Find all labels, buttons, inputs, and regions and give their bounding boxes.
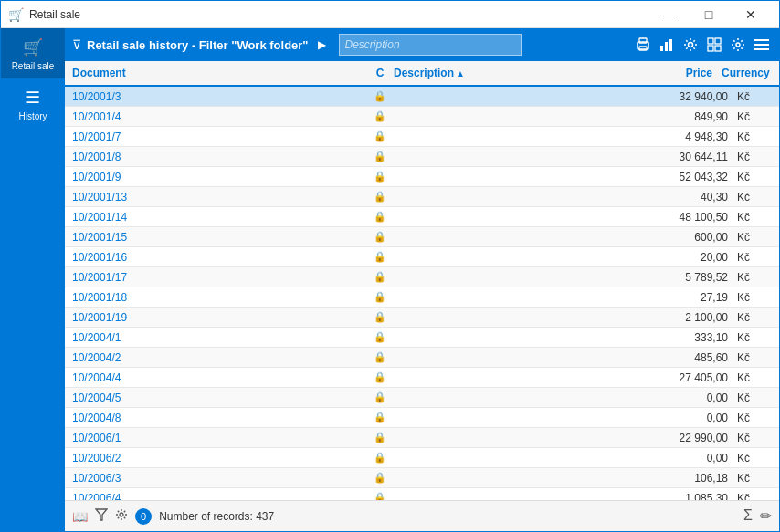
- cell-c: 🔒: [366, 492, 394, 500]
- svg-rect-4: [665, 42, 668, 51]
- cell-document: 10/2006/2: [65, 452, 366, 464]
- col-header-price[interactable]: Price: [627, 67, 718, 79]
- gear-status-icon[interactable]: [115, 508, 128, 524]
- sidebar-item-history[interactable]: ☰ History: [1, 78, 65, 129]
- cell-c: 🔒: [366, 110, 394, 122]
- maximize-button[interactable]: □: [688, 1, 730, 28]
- svg-rect-9: [708, 46, 713, 51]
- table-row[interactable]: 10/2001/3 🔒 32 940,00 Kč: [65, 87, 779, 107]
- cell-c: 🔒: [366, 371, 394, 383]
- cell-document: 10/2004/8: [65, 412, 366, 424]
- app-body: 🛒 Retail sale ☰ History ⊽ Retail sale hi…: [1, 28, 779, 531]
- cell-currency: Kč: [733, 351, 779, 364]
- grid-button[interactable]: [704, 36, 724, 54]
- table-row[interactable]: 10/2004/8 🔒 0,00 Kč: [65, 408, 779, 428]
- table-row[interactable]: 10/2001/4 🔒 849,90 Kč: [65, 107, 779, 127]
- cell-currency: Kč: [733, 191, 779, 203]
- cell-document: 10/2006/4: [65, 492, 366, 501]
- svg-point-6: [689, 43, 693, 47]
- col-header-document[interactable]: Document: [65, 67, 366, 79]
- toolbar-title: Retail sale history - Filter "Work folde…: [87, 38, 309, 52]
- cell-document: 10/2001/15: [65, 231, 366, 244]
- svg-rect-5: [669, 39, 672, 51]
- svg-rect-14: [754, 48, 769, 50]
- cell-c: 🔒: [366, 130, 394, 142]
- cell-c: 🔒: [366, 432, 394, 443]
- cell-price: 22 990,00: [642, 432, 733, 444]
- svg-rect-2: [639, 47, 647, 50]
- cell-c: 🔒: [366, 171, 394, 183]
- sidebar-item-retail-sale[interactable]: 🛒 Retail sale: [1, 28, 65, 78]
- close-button[interactable]: ✕: [730, 1, 772, 28]
- menu-button[interactable]: [752, 36, 772, 54]
- book-icon[interactable]: 📖: [72, 509, 88, 524]
- cell-c: 🔒: [366, 452, 394, 464]
- col-header-description[interactable]: Description ▲: [394, 67, 627, 79]
- svg-rect-12: [754, 39, 769, 41]
- table-row[interactable]: 10/2001/17 🔒 5 789,52 Kč: [65, 267, 779, 287]
- status-bar: 📖 0 Number of records: 437 Σ ✏: [65, 500, 779, 531]
- print-button[interactable]: [633, 36, 653, 54]
- svg-rect-13: [754, 44, 769, 46]
- history-icon: ☰: [26, 88, 40, 108]
- table-row[interactable]: 10/2001/15 🔒 600,00 Kč: [65, 227, 779, 247]
- window-controls: — □ ✕: [646, 1, 772, 28]
- cell-c: 🔒: [366, 351, 394, 363]
- title-bar-left: 🛒 Retail sale: [8, 7, 80, 22]
- svg-rect-7: [708, 38, 713, 44]
- table-row[interactable]: 10/2001/8 🔒 30 644,11 Kč: [65, 147, 779, 167]
- table-row[interactable]: 10/2001/18 🔒 27,19 Kč: [65, 287, 779, 308]
- cell-c: 🔒: [366, 412, 394, 423]
- cell-document: 10/2004/4: [65, 371, 366, 384]
- cell-price: 48 100,50: [642, 211, 733, 224]
- settings-button[interactable]: [728, 36, 748, 54]
- table-row[interactable]: 10/2001/13 🔒 40,30 Kč: [65, 187, 779, 207]
- table-row[interactable]: 10/2006/4 🔒 1 085,30 Kč: [65, 488, 779, 500]
- table-header: Document C Description ▲ Price Currency: [65, 61, 779, 87]
- table-row[interactable]: 10/2006/2 🔒 0,00 Kč: [65, 448, 779, 468]
- table-row[interactable]: 10/2001/14 🔒 48 100,50 Kč: [65, 207, 779, 227]
- toolbar: ⊽ Retail sale history - Filter "Work fol…: [65, 28, 779, 61]
- sigma-icon[interactable]: Σ: [743, 507, 753, 525]
- cell-c: 🔒: [366, 271, 394, 283]
- cell-price: 32 940,00: [642, 90, 733, 103]
- chart-button[interactable]: [657, 36, 677, 54]
- sidebar: 🛒 Retail sale ☰ History: [1, 28, 65, 531]
- cell-currency: Kč: [733, 331, 779, 344]
- filter-icon: ⊽: [72, 37, 81, 52]
- cell-document: 10/2001/18: [65, 291, 366, 304]
- table-row[interactable]: 10/2004/4 🔒 27 405,00 Kč: [65, 368, 779, 388]
- window-title: Retail sale: [29, 8, 80, 21]
- cell-price: 333,10: [642, 331, 733, 344]
- svg-point-11: [736, 43, 740, 47]
- filter-status-icon[interactable]: [95, 508, 108, 524]
- table-body[interactable]: 10/2001/3 🔒 32 940,00 Kč 10/2001/4 🔒 849…: [65, 87, 779, 500]
- minimize-button[interactable]: —: [646, 1, 688, 28]
- table-row[interactable]: 10/2006/1 🔒 22 990,00 Kč: [65, 428, 779, 448]
- cell-currency: Kč: [733, 472, 779, 485]
- cell-currency: Kč: [733, 311, 779, 324]
- table-row[interactable]: 10/2001/19 🔒 2 100,00 Kč: [65, 308, 779, 328]
- search-input[interactable]: [339, 34, 522, 56]
- tools-button[interactable]: [680, 36, 701, 54]
- table-row[interactable]: 10/2006/3 🔒 106,18 Kč: [65, 468, 779, 488]
- cell-document: 10/2001/8: [65, 151, 366, 163]
- svg-rect-3: [660, 46, 663, 51]
- cell-c: 🔒: [366, 251, 394, 263]
- cell-document: 10/2004/2: [65, 351, 366, 364]
- cell-document: 10/2001/3: [65, 90, 366, 103]
- cell-currency: Kč: [733, 371, 779, 384]
- table-row[interactable]: 10/2001/7 🔒 4 948,30 Kč: [65, 127, 779, 147]
- table-row[interactable]: 10/2001/16 🔒 20,00 Kč: [65, 247, 779, 267]
- cart-icon: 🛒: [23, 37, 43, 57]
- table-row[interactable]: 10/2004/5 🔒 0,00 Kč: [65, 388, 779, 408]
- table-row[interactable]: 10/2001/9 🔒 52 043,32 Kč: [65, 167, 779, 187]
- cell-price: 600,00: [642, 231, 733, 244]
- edit-icon[interactable]: ✏: [760, 507, 772, 525]
- table-row[interactable]: 10/2004/1 🔒 333,10 Kč: [65, 328, 779, 348]
- cell-document: 10/2006/1: [65, 432, 366, 444]
- table-row[interactable]: 10/2004/2 🔒 485,60 Kč: [65, 348, 779, 368]
- cell-currency: Kč: [733, 130, 779, 143]
- cell-document: 10/2004/5: [65, 391, 366, 404]
- cell-document: 10/2001/13: [65, 191, 366, 203]
